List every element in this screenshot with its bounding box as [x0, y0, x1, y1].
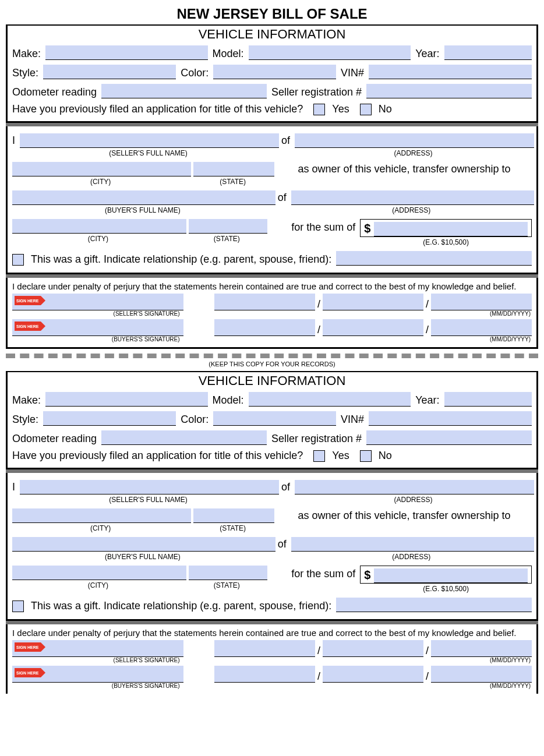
buyer-date-mm-input-2[interactable]: [214, 666, 315, 683]
seller-address-input-2[interactable]: [295, 480, 534, 494]
transfer-section: I (SELLER'S FULL NAME) of (ADDRESS) (CIT…: [6, 126, 538, 274]
odometer-input[interactable]: [101, 84, 267, 98]
color-input[interactable]: [213, 65, 336, 79]
dollar-icon: $: [364, 222, 370, 235]
sum-box: $: [360, 219, 532, 237]
seller-name-input[interactable]: [20, 133, 279, 148]
yes-label: Yes: [332, 103, 349, 115]
make-input-2[interactable]: [45, 392, 208, 407]
seller-reg-label: Seller registration #: [271, 433, 362, 445]
vehicle-info-heading: VEHICLE INFORMATION: [8, 26, 536, 43]
gift-label: This was a gift. Indicate relationship (…: [31, 600, 331, 612]
seller-date-yyyy-input[interactable]: [431, 294, 532, 310]
style-input-2[interactable]: [43, 411, 176, 426]
tear-line: [6, 354, 538, 358]
seller-name-hint: (SELLER'S FULL NAME): [20, 496, 277, 504]
slash-label: /: [317, 645, 320, 657]
buyer-state-input[interactable]: [189, 219, 267, 234]
seller-city-input-2[interactable]: [12, 508, 191, 523]
seller-address-input[interactable]: [295, 133, 534, 148]
buyer-city-input-2[interactable]: [12, 566, 186, 580]
gift-relationship-input[interactable]: [336, 251, 532, 266]
seller-date-mm-input[interactable]: [214, 294, 315, 310]
style-label: Style:: [12, 67, 38, 79]
color-label: Color:: [181, 414, 209, 426]
slash-label: /: [317, 298, 320, 310]
slash-label: /: [426, 645, 429, 657]
buyer-date-dd-input[interactable]: [323, 319, 423, 336]
address-hint: (ADDRESS): [295, 149, 532, 157]
gift-relationship-input-2[interactable]: [336, 598, 532, 612]
buyer-address-input[interactable]: [291, 190, 534, 205]
buyer-date-yyyy-input[interactable]: [431, 319, 532, 336]
gift-checkbox[interactable]: [12, 254, 24, 266]
state-hint: (STATE): [193, 524, 272, 532]
model-input-2[interactable]: [249, 392, 411, 407]
buyer-date-dd-input-2[interactable]: [323, 666, 423, 683]
year-input-2[interactable]: [444, 392, 532, 407]
address-hint-2: (ADDRESS): [291, 206, 532, 214]
make-input[interactable]: [45, 45, 208, 60]
buyer-state-input-2[interactable]: [189, 566, 267, 580]
odometer-label: Odometer reading: [12, 86, 97, 98]
city-hint-2: (CITY): [12, 235, 184, 243]
keep-copy-text: (KEEP THIS COPY FOR YOUR RECORDS): [6, 361, 538, 368]
seller-reg-input-2[interactable]: [366, 430, 532, 445]
declaration-section-2: I declare under penalty of perjury that …: [6, 624, 538, 694]
buyer-address-input-2[interactable]: [291, 537, 534, 552]
dollar-icon: $: [364, 568, 370, 582]
slash-label: /: [426, 670, 429, 683]
sum-input[interactable]: [374, 222, 528, 236]
seller-sig-hint: (SELLER'S SIGNATURE): [12, 310, 181, 317]
vin-input[interactable]: [369, 65, 532, 79]
transfer-section-2: I (SELLER'S FULL NAME) of (ADDRESS) (CIT…: [6, 473, 538, 621]
buyer-name-input[interactable]: [12, 190, 275, 205]
yes-checkbox[interactable]: [313, 104, 325, 115]
slash-label: /: [426, 298, 429, 310]
slash-label: /: [317, 324, 320, 336]
seller-city-input[interactable]: [12, 162, 191, 176]
model-input[interactable]: [249, 45, 411, 60]
odometer-label: Odometer reading: [12, 433, 97, 445]
for-sum-label: for the sum of: [270, 566, 355, 580]
no-checkbox[interactable]: [360, 104, 372, 115]
declaration-section: I declare under penalty of perjury that …: [6, 278, 538, 349]
buyer-name-input-2[interactable]: [12, 537, 275, 552]
date-hint: (MM/DD/YYYY): [214, 657, 532, 663]
sign-here-tag: SIGN HERE: [15, 642, 41, 652]
of-label: of: [281, 480, 290, 493]
seller-state-input-2[interactable]: [193, 508, 274, 523]
seller-reg-input[interactable]: [366, 84, 532, 98]
vehicle-info-heading-2: VEHICLE INFORMATION: [8, 372, 536, 390]
gift-checkbox-2[interactable]: [12, 600, 24, 612]
style-input[interactable]: [43, 65, 176, 79]
sum-hint: (E.G. $10,500): [360, 238, 532, 246]
i-label: I: [12, 480, 15, 493]
seller-date-yyyy-input-2[interactable]: [431, 640, 532, 657]
city-hint: (CITY): [12, 524, 189, 532]
date-hint: (MM/DD/YYYY): [214, 310, 532, 317]
yes-checkbox-2[interactable]: [313, 450, 325, 462]
state-hint-2: (STATE): [189, 235, 265, 243]
state-hint: (STATE): [193, 178, 272, 186]
color-input-2[interactable]: [213, 411, 336, 426]
odometer-input-2[interactable]: [101, 430, 267, 445]
no-label: No: [379, 450, 392, 462]
year-input[interactable]: [444, 45, 532, 60]
page-title: NEW JERSEY BILL OF SALE: [6, 6, 538, 22]
buyer-city-input[interactable]: [12, 219, 186, 234]
no-checkbox-2[interactable]: [360, 450, 372, 462]
year-label: Year:: [415, 48, 439, 60]
vehicle-info-section: VEHICLE INFORMATION Make: Model: Year: S…: [6, 24, 538, 123]
vin-label: VIN#: [341, 414, 364, 426]
vin-input-2[interactable]: [369, 411, 532, 426]
sum-input-2[interactable]: [374, 568, 528, 583]
buyer-date-yyyy-input-2[interactable]: [431, 666, 532, 683]
seller-name-input-2[interactable]: [20, 480, 279, 494]
seller-state-input[interactable]: [193, 162, 274, 176]
sign-here-tag: SIGN HERE: [15, 296, 41, 305]
seller-date-mm-input-2[interactable]: [214, 640, 315, 657]
seller-date-dd-input-2[interactable]: [323, 640, 423, 657]
buyer-date-mm-input[interactable]: [214, 319, 315, 336]
seller-date-dd-input[interactable]: [323, 294, 423, 310]
